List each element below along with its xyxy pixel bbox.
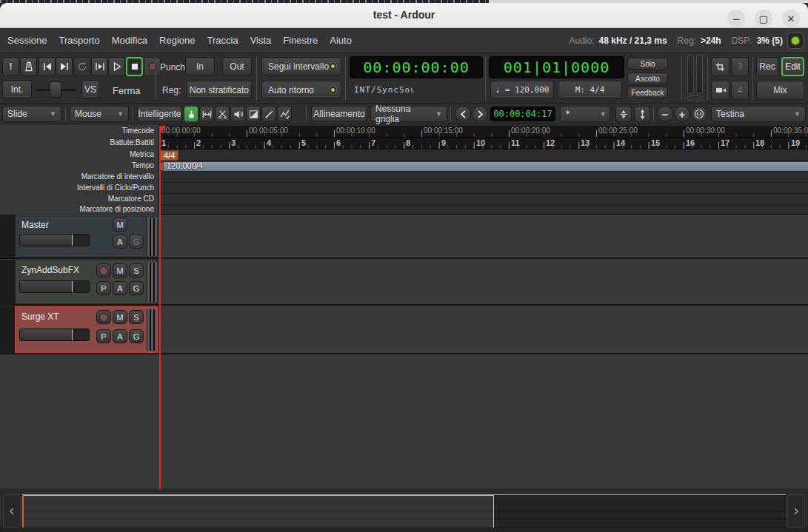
grid-combo[interactable]: Nessuna griglia▼ (370, 106, 447, 122)
goto-start-button[interactable] (39, 57, 56, 76)
menu-aiuto[interactable]: Aiuto (324, 28, 358, 53)
grab-tool-button[interactable] (184, 106, 198, 122)
maximize-button[interactable]: ▢ (755, 10, 772, 27)
range-marker-ruler[interactable] (159, 172, 808, 183)
meter-ruler[interactable]: 4/4 (159, 149, 808, 161)
menu-regione[interactable]: Regione (153, 28, 201, 53)
record-arm-button[interactable] (96, 263, 111, 277)
show-tracks-button[interactable] (711, 57, 729, 76)
summary-view-range[interactable] (22, 495, 494, 528)
zoom-focus-combo[interactable]: Testina▼ (711, 106, 806, 122)
track-header-master[interactable]: Master M A G (15, 215, 158, 257)
ruler-label-loop-punch[interactable]: Intervalli di Ciclo/Punch (77, 183, 154, 192)
location-marker-ruler[interactable] (159, 205, 808, 215)
record-button[interactable] (144, 57, 161, 76)
record-arm-button[interactable] (96, 310, 111, 324)
stop-button[interactable] (126, 57, 143, 76)
loop-punch-ruler[interactable] (159, 183, 808, 194)
loop-button[interactable] (73, 57, 90, 76)
playhead-line[interactable] (159, 126, 161, 489)
timecode-ruler[interactable]: 00:00:00:00 00:00:05:00 00:00:10:00 00:0… (159, 126, 808, 138)
solo-button[interactable]: S (129, 310, 144, 324)
metronome-button[interactable] (20, 57, 37, 76)
group-button[interactable]: G (129, 235, 144, 249)
show-busses-button[interactable] (711, 81, 729, 100)
playhead-marker[interactable] (159, 126, 167, 135)
sync-source-label[interactable]: INT/SyncSource (354, 85, 413, 95)
ruler-label-tempo[interactable]: Tempo (132, 161, 154, 169)
internal-edit-tool-button[interactable] (277, 106, 292, 122)
edit-mode-combo[interactable]: Slide▼ (2, 106, 61, 122)
track-header-surge-xt[interactable]: Surge XT M S P A G (15, 306, 158, 353)
track-name[interactable]: Surge XT (21, 312, 59, 322)
edit-group-gutter[interactable] (0, 215, 15, 257)
mix-page-button[interactable]: Mix (756, 81, 804, 100)
audition-tool-button[interactable] (230, 106, 245, 122)
ruler-label-timecode[interactable]: Timecode (121, 127, 154, 135)
track-name[interactable]: Master (21, 220, 49, 230)
ruler-label-location-markers[interactable]: Marcatore di posizione (79, 205, 154, 213)
ruler-label-cd-markers[interactable]: Marcatore CD (108, 195, 154, 203)
goto-end-button[interactable] (56, 57, 73, 76)
tempo-ruler[interactable]: 120,000/4 (159, 161, 808, 172)
feedback-button[interactable]: Feedback (627, 87, 668, 98)
nudge-clock[interactable]: 00:00:04:17 (490, 107, 555, 121)
nudge-forward-button[interactable] (472, 106, 488, 122)
ruler-label-bars[interactable]: Battute:Battiti (110, 138, 154, 147)
summary-scroll-left-button[interactable] (3, 494, 21, 528)
mute-button[interactable]: M (113, 263, 127, 277)
visible-busses-count[interactable]: 4 (731, 81, 749, 100)
zoom-in-button[interactable]: + (674, 106, 690, 122)
ruler-label-range-markers[interactable]: Marcatore di intervallo (81, 172, 154, 181)
draw-tool-button[interactable] (261, 106, 276, 122)
menu-traccia[interactable]: Traccia (201, 28, 244, 53)
shuttle-handle[interactable] (50, 81, 61, 98)
zoom-out-button[interactable]: − (657, 106, 673, 122)
bars-ruler[interactable]: 1 2 3 4 5 6 7 8 9 10 11 12 13 14 15 16 1… (159, 138, 808, 149)
close-button[interactable]: ✕ (782, 10, 800, 27)
punch-in-button[interactable]: In (185, 57, 215, 75)
summary-strip[interactable] (22, 494, 786, 528)
mouse-mode-combo[interactable]: Mouse▼ (70, 106, 129, 122)
edit-group-gutter[interactable] (0, 260, 15, 304)
record-mode-button[interactable]: Non stratificato (187, 81, 252, 99)
snap-button[interactable]: Allineamento (311, 106, 367, 122)
automation-button[interactable]: A (113, 235, 127, 249)
menu-modifica[interactable]: Modifica (106, 28, 153, 53)
listen-button[interactable]: Ascolto (627, 73, 668, 84)
visible-tracks-count[interactable]: 3 (731, 57, 749, 76)
zoom-to-session-button[interactable] (691, 106, 707, 122)
punch-out-button[interactable]: Out (222, 57, 252, 75)
feedback-indicator-button[interactable] (787, 33, 804, 49)
play-button[interactable] (108, 57, 125, 76)
group-button[interactable]: G (129, 329, 144, 343)
marker-select-combo[interactable]: *▼ (560, 106, 610, 122)
tempo-button[interactable]: ♩ = 120,000 (490, 81, 554, 99)
summary-playhead[interactable] (22, 495, 24, 528)
tempo-marker-label[interactable]: 120,000/4 (167, 161, 203, 170)
secondary-clock[interactable]: 001|01|0000 (489, 56, 624, 78)
mute-button[interactable]: M (113, 310, 127, 324)
meter-peak-display[interactable] (687, 95, 703, 101)
cd-marker-ruler[interactable] (159, 194, 808, 205)
ruler-label-meter[interactable]: Metrica (130, 150, 154, 158)
solo-button[interactable]: Solo (627, 58, 668, 70)
mute-button[interactable]: M (113, 218, 127, 232)
automation-button[interactable]: A (113, 281, 127, 295)
playlist-button[interactable]: P (96, 329, 111, 343)
meter-button[interactable]: M: 4/4 (558, 81, 622, 99)
menu-trasporto[interactable]: Trasporto (53, 28, 105, 53)
summary-scroll-right-button[interactable] (787, 494, 805, 528)
expand-tracks-button[interactable] (634, 106, 650, 122)
follow-range-button[interactable]: Segui intervallo (261, 57, 341, 75)
titlebar[interactable]: test - Ardour ─ ▢ ✕ (0, 3, 808, 28)
midi-panic-button[interactable]: ! (2, 57, 19, 76)
range-tool-button[interactable] (199, 106, 214, 122)
varispeed-button[interactable]: VS (81, 80, 99, 99)
track-header-zynaddsubfx[interactable]: ZynAddSubFX M S P A G (15, 260, 158, 304)
meter-marker[interactable]: 4/4 (160, 150, 178, 161)
rec-page-button[interactable]: Rec (756, 57, 778, 76)
menu-vista[interactable]: Vista (244, 28, 278, 53)
playlist-button[interactable]: P (96, 281, 111, 295)
gain-fader[interactable] (19, 234, 90, 246)
